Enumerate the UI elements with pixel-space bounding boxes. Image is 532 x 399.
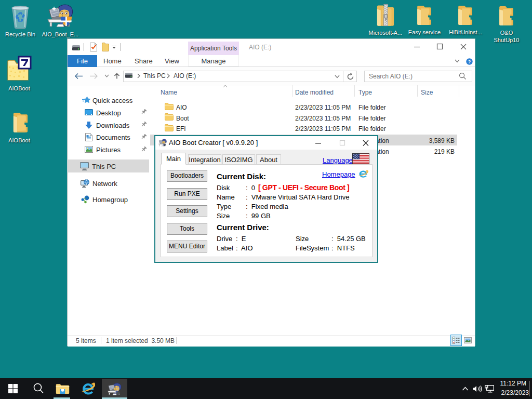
svg-text:?: ? [468, 59, 471, 64]
